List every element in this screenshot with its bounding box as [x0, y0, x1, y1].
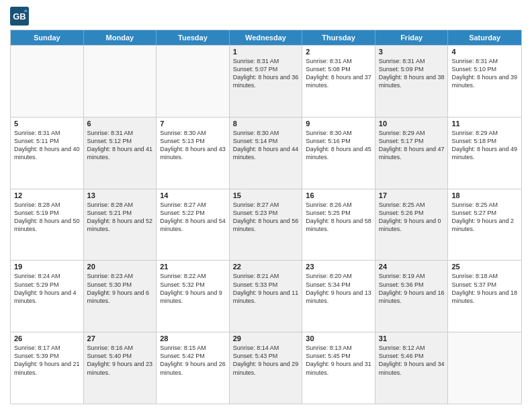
day-number: 20 — [87, 263, 153, 271]
day-info: Sunrise: 8:16 AM Sunset: 5:40 PM Dayligh… — [87, 344, 153, 377]
day-info: Sunrise: 8:14 AM Sunset: 5:43 PM Dayligh… — [233, 344, 299, 377]
day-info: Sunrise: 8:20 AM Sunset: 5:34 PM Dayligh… — [306, 272, 371, 305]
day-info: Sunrise: 8:22 AM Sunset: 5:32 PM Dayligh… — [160, 272, 226, 305]
calendar-header-row: SundayMondayTuesdayWednesdayThursdayFrid… — [11, 30, 521, 45]
day-number: 24 — [379, 263, 445, 271]
logo-icon: GB — [10, 7, 29, 26]
day-info: Sunrise: 8:31 AM Sunset: 5:12 PM Dayligh… — [87, 129, 153, 162]
day-info: Sunrise: 8:28 AM Sunset: 5:19 PM Dayligh… — [14, 201, 80, 234]
day-number: 6 — [87, 120, 153, 128]
day-cell-1: 1Sunrise: 8:31 AM Sunset: 5:07 PM Daylig… — [230, 46, 303, 117]
empty-cell — [157, 46, 230, 117]
day-number: 13 — [87, 191, 153, 199]
day-cell-24: 24Sunrise: 8:19 AM Sunset: 5:36 PM Dayli… — [375, 261, 449, 332]
day-number: 22 — [233, 263, 299, 271]
day-cell-9: 9Sunrise: 8:30 AM Sunset: 5:16 PM Daylig… — [302, 118, 375, 189]
day-cell-14: 14Sunrise: 8:27 AM Sunset: 5:22 PM Dayli… — [157, 189, 230, 261]
header-cell-thursday: Thursday — [302, 30, 375, 45]
day-number: 18 — [451, 191, 518, 199]
week-row-1: 1Sunrise: 8:31 AM Sunset: 5:07 PM Daylig… — [11, 45, 521, 117]
day-info: Sunrise: 8:31 AM Sunset: 5:11 PM Dayligh… — [14, 129, 80, 162]
day-info: Sunrise: 8:31 AM Sunset: 5:09 PM Dayligh… — [379, 57, 445, 90]
day-info: Sunrise: 8:30 AM Sunset: 5:16 PM Dayligh… — [306, 129, 371, 162]
day-cell-25: 25Sunrise: 8:18 AM Sunset: 5:37 PM Dayli… — [448, 261, 521, 332]
day-number: 14 — [160, 191, 226, 199]
day-cell-16: 16Sunrise: 8:26 AM Sunset: 5:25 PM Dayli… — [302, 189, 375, 261]
day-number: 3 — [379, 48, 445, 56]
day-cell-27: 27Sunrise: 8:16 AM Sunset: 5:40 PM Dayli… — [84, 332, 157, 404]
day-info: Sunrise: 8:30 AM Sunset: 5:14 PM Dayligh… — [233, 129, 299, 162]
calendar-body: 1Sunrise: 8:31 AM Sunset: 5:07 PM Daylig… — [11, 45, 521, 404]
day-cell-15: 15Sunrise: 8:27 AM Sunset: 5:23 PM Dayli… — [230, 189, 303, 261]
day-cell-13: 13Sunrise: 8:28 AM Sunset: 5:21 PM Dayli… — [84, 189, 157, 261]
day-number: 17 — [379, 191, 445, 199]
page: GB SundayMondayTuesdayWednesdayThursdayF… — [0, 0, 532, 411]
day-cell-4: 4Sunrise: 8:31 AM Sunset: 5:10 PM Daylig… — [448, 46, 521, 117]
logo: GB — [10, 7, 32, 26]
day-cell-5: 5Sunrise: 8:31 AM Sunset: 5:11 PM Daylig… — [11, 118, 84, 189]
header-cell-sunday: Sunday — [11, 30, 84, 45]
day-info: Sunrise: 8:31 AM Sunset: 5:08 PM Dayligh… — [306, 57, 371, 90]
header-cell-tuesday: Tuesday — [157, 30, 230, 45]
day-cell-21: 21Sunrise: 8:22 AM Sunset: 5:32 PM Dayli… — [157, 261, 230, 332]
day-number: 31 — [379, 334, 445, 342]
day-info: Sunrise: 8:31 AM Sunset: 5:07 PM Dayligh… — [233, 57, 299, 90]
day-number: 8 — [233, 120, 299, 128]
day-number: 11 — [451, 120, 518, 128]
day-cell-7: 7Sunrise: 8:30 AM Sunset: 5:13 PM Daylig… — [157, 118, 230, 189]
day-number: 9 — [306, 120, 371, 128]
day-cell-28: 28Sunrise: 8:15 AM Sunset: 5:42 PM Dayli… — [157, 332, 230, 404]
day-info: Sunrise: 8:26 AM Sunset: 5:25 PM Dayligh… — [306, 201, 371, 234]
day-cell-18: 18Sunrise: 8:25 AM Sunset: 5:27 PM Dayli… — [448, 189, 521, 261]
day-cell-12: 12Sunrise: 8:28 AM Sunset: 5:19 PM Dayli… — [11, 189, 84, 261]
day-number: 21 — [160, 263, 226, 271]
day-info: Sunrise: 8:25 AM Sunset: 5:26 PM Dayligh… — [379, 201, 445, 234]
day-info: Sunrise: 8:25 AM Sunset: 5:27 PM Dayligh… — [451, 201, 518, 234]
day-number: 26 — [14, 334, 80, 342]
day-number: 29 — [233, 334, 299, 342]
day-info: Sunrise: 8:29 AM Sunset: 5:18 PM Dayligh… — [451, 129, 518, 162]
day-number: 10 — [379, 120, 445, 128]
day-number: 16 — [306, 191, 371, 199]
day-number: 4 — [451, 48, 518, 56]
header-cell-friday: Friday — [375, 30, 449, 45]
day-number: 27 — [87, 334, 153, 342]
day-number: 12 — [14, 191, 80, 199]
day-cell-23: 23Sunrise: 8:20 AM Sunset: 5:34 PM Dayli… — [302, 261, 375, 332]
day-number: 7 — [160, 120, 226, 128]
day-info: Sunrise: 8:28 AM Sunset: 5:21 PM Dayligh… — [87, 201, 153, 234]
week-row-4: 19Sunrise: 8:24 AM Sunset: 5:29 PM Dayli… — [11, 260, 521, 332]
week-row-3: 12Sunrise: 8:28 AM Sunset: 5:19 PM Dayli… — [11, 189, 521, 261]
day-number: 2 — [306, 48, 371, 56]
day-info: Sunrise: 8:27 AM Sunset: 5:23 PM Dayligh… — [233, 201, 299, 234]
day-number: 5 — [14, 120, 80, 128]
day-info: Sunrise: 8:29 AM Sunset: 5:17 PM Dayligh… — [379, 129, 445, 162]
calendar: SundayMondayTuesdayWednesdayThursdayFrid… — [10, 30, 522, 404]
day-number: 23 — [306, 263, 371, 271]
day-cell-26: 26Sunrise: 8:17 AM Sunset: 5:39 PM Dayli… — [11, 332, 84, 404]
day-info: Sunrise: 8:19 AM Sunset: 5:36 PM Dayligh… — [379, 272, 445, 305]
day-cell-17: 17Sunrise: 8:25 AM Sunset: 5:26 PM Dayli… — [375, 189, 449, 261]
day-cell-10: 10Sunrise: 8:29 AM Sunset: 5:17 PM Dayli… — [375, 118, 449, 189]
day-number: 28 — [160, 334, 226, 342]
day-cell-29: 29Sunrise: 8:14 AM Sunset: 5:43 PM Dayli… — [230, 332, 303, 404]
day-info: Sunrise: 8:24 AM Sunset: 5:29 PM Dayligh… — [14, 272, 80, 305]
day-cell-19: 19Sunrise: 8:24 AM Sunset: 5:29 PM Dayli… — [11, 261, 84, 332]
empty-cell — [11, 46, 84, 117]
header-cell-saturday: Saturday — [448, 30, 521, 45]
day-cell-6: 6Sunrise: 8:31 AM Sunset: 5:12 PM Daylig… — [84, 118, 157, 189]
day-info: Sunrise: 8:30 AM Sunset: 5:13 PM Dayligh… — [160, 129, 226, 162]
header: GB — [10, 7, 522, 26]
day-number: 30 — [306, 334, 371, 342]
day-number: 1 — [233, 48, 299, 56]
day-number: 19 — [14, 263, 80, 271]
day-info: Sunrise: 8:21 AM Sunset: 5:33 PM Dayligh… — [233, 272, 299, 305]
day-cell-30: 30Sunrise: 8:13 AM Sunset: 5:45 PM Dayli… — [302, 332, 375, 404]
day-info: Sunrise: 8:15 AM Sunset: 5:42 PM Dayligh… — [160, 344, 226, 377]
day-info: Sunrise: 8:13 AM Sunset: 5:45 PM Dayligh… — [306, 344, 371, 377]
header-cell-monday: Monday — [84, 30, 157, 45]
day-info: Sunrise: 8:17 AM Sunset: 5:39 PM Dayligh… — [14, 344, 80, 377]
day-info: Sunrise: 8:23 AM Sunset: 5:30 PM Dayligh… — [87, 272, 153, 305]
day-number: 25 — [451, 263, 518, 271]
week-row-5: 26Sunrise: 8:17 AM Sunset: 5:39 PM Dayli… — [11, 332, 521, 404]
